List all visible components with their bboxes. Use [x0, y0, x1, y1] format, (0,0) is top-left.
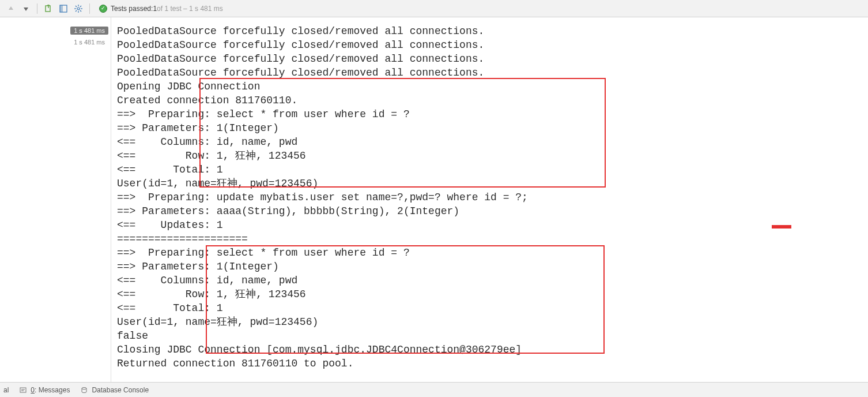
console-output-panel[interactable]: PooledDataSource forcefully closed/remov…	[111, 17, 868, 382]
status-passed-count: 1	[153, 5, 157, 13]
console-line: <== Total: 1	[117, 163, 868, 177]
bottom-toolbar: al 0: Messages Database Console	[0, 382, 868, 397]
svg-point-15	[82, 387, 86, 389]
console-line: PooledDataSource forcefully closed/remov…	[117, 38, 868, 52]
console-line: ==> Parameters: aaaa(String), bbbbb(Stri…	[117, 204, 868, 218]
database-console-label: Database Console	[92, 386, 149, 394]
export-icon[interactable]	[43, 3, 54, 14]
console-line: =====================	[117, 232, 868, 246]
content: 1 s 481 ms 1 s 481 ms PooledDataSource f…	[0, 17, 868, 382]
console-line: ==> Parameters: 1(Integer)	[117, 121, 868, 135]
console-line: ==> Preparing: select * from user where …	[117, 107, 868, 121]
toolbar: Tests passed: 1 of 1 test – 1 s 481 ms	[0, 0, 868, 17]
test-status: Tests passed: 1 of 1 test – 1 s 481 ms	[99, 5, 223, 13]
terminal-label-fragment: al	[3, 386, 9, 394]
toolbar-separator	[89, 3, 90, 14]
console-line: User(id=1, name=狂神, pwd=123456)	[117, 315, 868, 329]
console-line: ==> Parameters: 1(Integer)	[117, 260, 868, 274]
arrow-up-icon[interactable]	[6, 3, 16, 14]
console-line: <== Total: 1	[117, 301, 868, 315]
console-line: <== Updates: 1	[117, 218, 868, 232]
console-line: <== Columns: id, name, pwd	[117, 274, 868, 287]
console-line: <== Row: 1, 狂神, 123456	[117, 149, 868, 163]
svg-line-9	[80, 10, 81, 12]
console-line: false	[117, 329, 868, 343]
status-suffix: of 1 test – 1 s 481 ms	[157, 5, 223, 13]
database-icon	[80, 386, 88, 394]
messages-label: : Messages	[35, 386, 70, 394]
console-line: Opening JDBC Connection	[117, 80, 868, 93]
arrow-down-icon[interactable]	[21, 3, 31, 14]
terminal-tab[interactable]: al	[3, 386, 9, 394]
duration-chip-child: 1 s 481 ms	[70, 38, 108, 46]
annotation-mark	[772, 225, 791, 229]
svg-line-10	[76, 10, 77, 12]
svg-rect-0	[46, 6, 50, 12]
gear-icon[interactable]	[73, 3, 84, 14]
console-line: Created connection 811760110.	[117, 93, 868, 107]
svg-point-3	[77, 8, 80, 10]
console-line: PooledDataSource forcefully closed/remov…	[117, 24, 868, 38]
database-console-tab[interactable]: Database Console	[80, 386, 149, 394]
console-line: Returned connection 811760110 to pool.	[117, 357, 868, 370]
layout-icon[interactable]	[58, 3, 69, 14]
console-line: <== Row: 1, 狂神, 123456	[117, 287, 868, 301]
messages-icon	[19, 386, 27, 394]
check-circle-icon	[99, 5, 107, 13]
console-text: PooledDataSource forcefully closed/remov…	[111, 17, 868, 370]
svg-rect-2	[60, 5, 63, 12]
console-line: User(id=1, name=狂神, pwd=123456)	[117, 177, 868, 190]
duration-chip-root: 1 s 481 ms	[70, 27, 108, 35]
messages-tab[interactable]: 0: Messages	[19, 386, 70, 394]
messages-accelerator: 0	[31, 386, 35, 394]
status-prefix: Tests passed:	[111, 5, 153, 13]
console-line: Closing JDBC Connection [com.mysql.jdbc.…	[117, 343, 868, 357]
console-line: <== Columns: id, name, pwd	[117, 135, 868, 149]
console-line: ==> Preparing: update mybatis.user set n…	[117, 190, 868, 204]
svg-line-11	[80, 6, 81, 7]
console-line: PooledDataSource forcefully closed/remov…	[117, 66, 868, 80]
test-tree-panel[interactable]: 1 s 481 ms 1 s 481 ms	[0, 17, 111, 382]
console-line: ==> Preparing: select * from user where …	[117, 246, 868, 260]
svg-line-8	[76, 6, 77, 7]
toolbar-separator	[37, 3, 37, 14]
console-line: PooledDataSource forcefully closed/remov…	[117, 52, 868, 66]
svg-rect-12	[20, 388, 26, 392]
